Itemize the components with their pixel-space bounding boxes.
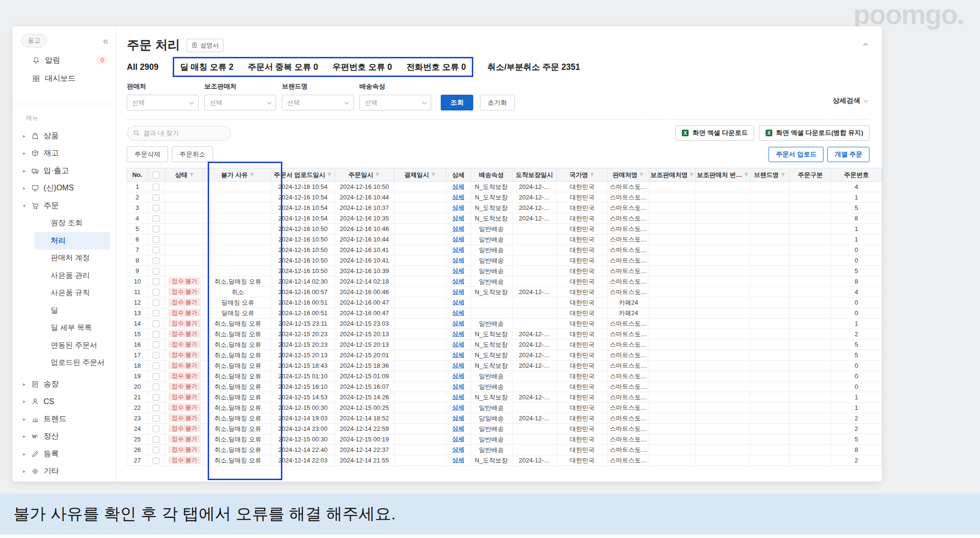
detail-link[interactable]: 상세: [452, 330, 464, 337]
detail-link[interactable]: 상세: [452, 415, 464, 421]
col-header-status[interactable]: 상태: [165, 168, 204, 182]
advanced-search-toggle[interactable]: 상세검색: [833, 96, 868, 105]
detail-link[interactable]: 상세: [452, 425, 464, 432]
tab-cancel-partial-cancel[interactable]: 취소/부분취소 주문 2351: [488, 61, 580, 73]
row-checkbox[interactable]: [153, 457, 159, 464]
row-checkbox[interactable]: [153, 331, 159, 338]
detail-link[interactable]: 상세: [452, 257, 464, 264]
detail-link[interactable]: 상세: [452, 351, 464, 358]
row-checkbox[interactable]: [153, 436, 159, 443]
filter-icon[interactable]: [327, 172, 332, 177]
chevron-up-icon[interactable]: [862, 41, 869, 50]
sidebar-subitem-deal-detail-list[interactable]: 딜 세부 목록: [34, 319, 110, 337]
col-header-subSeller[interactable]: 보조판매처명: [649, 168, 696, 182]
tab-deal-match-error[interactable]: 딜 매칭 오류 2: [180, 61, 234, 73]
detail-link[interactable]: 상세: [452, 383, 464, 390]
filter-icon[interactable]: [249, 172, 255, 177]
row-checkbox[interactable]: [153, 384, 159, 390]
sidebar-item-cs[interactable]: ▸CS: [12, 393, 116, 411]
sidebar-subitem-gift-rules[interactable]: 사은품 규칙: [34, 285, 110, 302]
cancel-order-button[interactable]: 주문취소: [172, 146, 213, 162]
row-checkbox[interactable]: [153, 299, 159, 306]
detail-link[interactable]: 상세: [452, 215, 464, 221]
row-checkbox[interactable]: [153, 373, 159, 380]
detail-link[interactable]: 상세: [452, 204, 464, 211]
sidebar-item-register[interactable]: ▸등록: [12, 445, 116, 463]
row-checkbox[interactable]: [153, 394, 159, 401]
tab-zipcode-error[interactable]: 우편번호 오류 0: [333, 61, 392, 73]
sidebar-item-inventory[interactable]: ▸재고: [12, 145, 116, 163]
detail-link[interactable]: 상세: [452, 436, 464, 442]
sidebar-item-dashboard[interactable]: 대시보드: [12, 69, 116, 88]
sidebar-item-trend[interactable]: ▸트렌드: [12, 410, 116, 428]
detail-link[interactable]: 상세: [452, 278, 464, 285]
detail-link[interactable]: 상세: [452, 288, 464, 295]
detail-link[interactable]: 상세: [452, 309, 464, 316]
row-checkbox[interactable]: [153, 447, 159, 453]
col-header-country[interactable]: 국가명: [557, 168, 607, 182]
detail-link[interactable]: 상세: [452, 267, 464, 274]
filter-select-seller[interactable]: 선택: [127, 95, 199, 110]
sidebar-subitem-seller-account[interactable]: 판매처 계정: [34, 250, 110, 267]
filter-icon[interactable]: [744, 172, 749, 177]
reset-button[interactable]: 초기화: [480, 95, 515, 110]
filter-select-brand[interactable]: 선택: [282, 95, 354, 110]
detail-link[interactable]: 상세: [452, 299, 464, 306]
col-header-brand[interactable]: 브랜드명: [750, 168, 790, 182]
row-checkbox[interactable]: [153, 352, 159, 359]
row-checkbox[interactable]: [153, 215, 159, 222]
detail-link[interactable]: 상세: [452, 225, 464, 232]
row-checkbox[interactable]: [153, 278, 159, 285]
col-header-reason[interactable]: 불가 사유: [204, 168, 271, 182]
row-checkbox[interactable]: [153, 257, 159, 264]
detail-link[interactable]: 상세: [452, 320, 464, 327]
sidebar-item-orders[interactable]: ▾주문: [12, 197, 116, 215]
col-header-paidAt[interactable]: 결제일시: [394, 168, 446, 182]
row-checkbox[interactable]: [153, 194, 159, 201]
sidebar-subitem-linked-orders[interactable]: 연동된 주문서: [34, 337, 110, 354]
sidebar-item-in-out[interactable]: ▸입·출고: [12, 162, 116, 180]
detail-link[interactable]: 상세: [452, 404, 464, 411]
sidebar-item-new-oms[interactable]: ▸(신)OMS: [12, 180, 116, 198]
search-submit-button[interactable]: 조회: [441, 95, 473, 110]
sidebar-item-invoice[interactable]: ▸송장: [12, 375, 116, 393]
sidebar-subitem-processing[interactable]: 처리: [34, 232, 110, 250]
filter-icon[interactable]: [639, 172, 644, 177]
detail-link[interactable]: 상세: [452, 194, 464, 200]
filter-icon[interactable]: [590, 172, 595, 177]
filter-icon[interactable]: [689, 172, 694, 177]
filter-select-ship-attr[interactable]: 선택: [359, 95, 431, 110]
delete-order-button[interactable]: 주문삭제: [127, 146, 168, 162]
row-checkbox[interactable]: [153, 205, 159, 211]
upload-order-button[interactable]: 주문서 업로드: [768, 147, 824, 162]
filter-icon[interactable]: [375, 172, 380, 177]
sidebar-item-settlement[interactable]: ▸정산: [12, 428, 116, 446]
sidebar-subitem-ledger[interactable]: 원장 조회: [34, 215, 110, 232]
row-checkbox[interactable]: [153, 405, 159, 411]
results-search-input[interactable]: [143, 130, 225, 137]
row-checkbox[interactable]: [153, 236, 159, 243]
filter-icon[interactable]: [780, 172, 786, 177]
row-checkbox[interactable]: [153, 268, 159, 274]
row-checkbox[interactable]: [153, 341, 159, 348]
row-checkbox[interactable]: [153, 226, 159, 232]
row-checkbox[interactable]: [153, 362, 159, 369]
detail-link[interactable]: 상세: [452, 373, 464, 379]
sidebar-collapse-button[interactable]: «: [103, 35, 108, 46]
row-checkbox[interactable]: [153, 426, 159, 432]
row-checkbox[interactable]: [153, 289, 159, 296]
sidebar-subitem-gift-manage[interactable]: 사은품 관리: [34, 267, 110, 285]
select-all-checkbox[interactable]: [153, 172, 159, 178]
individual-order-button[interactable]: 개별 주문: [827, 147, 869, 162]
manual-button[interactable]: 설명서: [187, 39, 223, 52]
filter-icon[interactable]: [431, 172, 436, 177]
row-checkbox[interactable]: [153, 320, 159, 327]
detail-link[interactable]: 상세: [452, 394, 464, 400]
detail-link[interactable]: 상세: [452, 183, 464, 190]
sidebar-item-etc[interactable]: ▸기타: [12, 463, 116, 481]
col-header-seller[interactable]: 판매처명: [608, 168, 649, 182]
sidebar-item-notifications[interactable]: 알림0: [12, 51, 116, 69]
detail-link[interactable]: 상세: [452, 246, 464, 253]
detail-link[interactable]: 상세: [452, 362, 464, 369]
filter-icon[interactable]: [189, 172, 194, 177]
